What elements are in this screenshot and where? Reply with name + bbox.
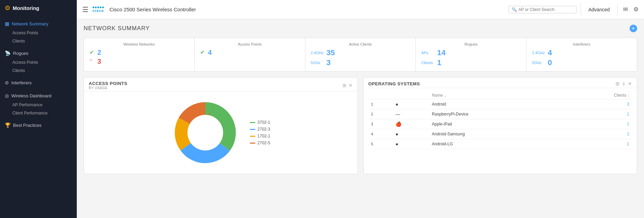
rogues-rows: APs 14 Clients 1 <box>421 48 521 67</box>
wireless-networks-values: 2 3 <box>97 48 101 65</box>
panels-row: ACCESS POINTS BY USAGE ⊞ ✕ <box>84 77 637 174</box>
sidebar-item-access-points[interactable]: Access Points <box>0 29 77 37</box>
os-col-clients-label: Clients <box>614 93 627 98</box>
sidebar-section-interferers: ⊘ Interferers <box>0 75 77 88</box>
row-num: 3 <box>368 119 393 129</box>
os-row-clients: 1 <box>564 139 632 149</box>
topbar: ☰ cisco Cisco 2500 Series Wireless Contr… <box>77 0 644 19</box>
table-row[interactable]: 3 🍎 Apple-iPad 1 <box>368 119 632 129</box>
sidebar-item-client-performance[interactable]: Client Performance <box>0 109 77 117</box>
legend-color-4 <box>250 143 255 144</box>
donut-chart-container: 3702-1 2702-3 1702-1 <box>89 95 353 170</box>
wireless-networks-title: Wireless Networks <box>89 42 189 46</box>
sidebar-item-interferers[interactable]: ⊘ Interferers <box>0 77 77 88</box>
os-row-clients: 1 <box>564 119 632 129</box>
active-clients-card: Active Clients 2.4GHz 35 5GHz 3 <box>305 38 416 71</box>
sidebar-rogues-label: Rogues <box>13 51 28 56</box>
ghz-5-row: 5GHz 3 <box>311 58 410 67</box>
access-points-panel: ACCESS POINTS BY USAGE ⊞ ✕ <box>84 77 358 174</box>
rogues-aps-value: 14 <box>437 48 445 57</box>
wireless-networks-green-value: 2 <box>97 48 101 57</box>
os-row-clients: 3 <box>564 99 632 109</box>
add-button[interactable]: + <box>630 25 637 32</box>
ghz-24-value: 35 <box>327 48 335 57</box>
table-icon[interactable]: ⊞ <box>342 83 347 88</box>
sidebar-section-rogues: 📡 Rogues Access Points Clients <box>0 45 77 75</box>
legend-item-1: 3702-1 <box>250 120 270 125</box>
search-input[interactable] <box>519 7 573 12</box>
os-row-name: Android-Samsung <box>429 129 564 139</box>
cisco-dot-2 <box>95 7 97 8</box>
access-points-body: ✔ 4 <box>200 48 300 57</box>
legend-label-1: 3702-1 <box>257 120 270 125</box>
row-num: 2 <box>368 109 393 119</box>
circle-icon-red: ○ <box>89 57 94 62</box>
os-row-name: Apple-iPad <box>429 119 564 129</box>
monitoring-icon: ⊙ <box>5 4 10 12</box>
os-panel-title-block: OPERATING SYSTEMS <box>368 81 420 86</box>
rogues-clients-value: 1 <box>437 58 441 67</box>
sidebar-item-wireless-dashboard[interactable]: ◎ Wireless Dashboard <box>0 90 77 101</box>
access-points-values: 4 <box>208 48 212 57</box>
os-row-name: Android <box>429 99 564 109</box>
summary-row: Wireless Networks ✔ ○ 2 3 Access Points <box>84 38 637 72</box>
os-col-clients[interactable]: Clients ↕ <box>564 92 632 99</box>
os-export-icon[interactable]: ⇓ <box>622 81 626 86</box>
legend-label-4: 2702-5 <box>257 141 270 145</box>
os-table-icon[interactable]: ⊞ <box>616 81 620 86</box>
os-clients-sort-icon: ↕ <box>628 94 629 97</box>
legend-label-2: 2702-3 <box>257 127 270 132</box>
interferers-24-value: 4 <box>548 48 552 57</box>
cisco-logo-text: cisco <box>93 9 104 13</box>
sidebar-item-rogues-ap[interactable]: Access Points <box>0 58 77 66</box>
table-row[interactable]: 5 ● Android-LG 1 <box>368 139 632 149</box>
table-row[interactable]: 4 ● Android-Samsung 1 <box>368 129 632 139</box>
menu-icon[interactable]: ☰ <box>82 5 88 14</box>
donut-chart <box>171 98 240 167</box>
sidebar-wireless-dashboard-label: Wireless Dashboard <box>11 93 51 98</box>
wireless-networks-red-value: 3 <box>97 57 101 65</box>
close-icon[interactable]: ✕ <box>349 83 353 88</box>
ap-panel-title-block: ACCESS POINTS BY USAGE <box>89 81 127 90</box>
page-title-row: NETWORK SUMMARY + <box>84 25 637 32</box>
advanced-button[interactable]: Advanced <box>585 7 613 12</box>
legend-label-3: 1702-1 <box>257 134 270 138</box>
rogues-aps-row: APs 14 <box>421 48 521 57</box>
os-col-icon <box>393 92 429 99</box>
sidebar-item-network-summary[interactable]: ▦ Network Summary <box>0 19 77 29</box>
search-box[interactable]: 🔍 <box>509 6 576 13</box>
sidebar-interferers-label: Interferers <box>11 80 32 85</box>
sidebar-network-summary-label: Network Summary <box>12 21 48 26</box>
sidebar-item-best-practices[interactable]: 🏆 Best Practices <box>0 120 77 130</box>
cisco-dot-3 <box>97 7 99 8</box>
table-row[interactable]: 2 — RaspberryPi-Device 1 <box>368 109 632 119</box>
cisco-dots <box>93 7 104 8</box>
interferers-24-row: 2.4GHz 4 <box>532 48 631 57</box>
controller-title: Cisco 2500 Series Wireless Controller <box>109 7 505 12</box>
table-row[interactable]: 1 ● Android 3 <box>368 99 632 109</box>
ghz-5-value: 3 <box>327 58 331 67</box>
sidebar-item-rogues-clients[interactable]: Clients <box>0 66 77 75</box>
ghz-5-label: 5GHz <box>311 61 324 65</box>
row-num: 1 <box>368 99 393 109</box>
ghz-24-row: 2.4GHz 35 <box>311 48 410 57</box>
sidebar-item-ap-performance[interactable]: AP Performance <box>0 101 77 109</box>
sidebar-item-clients[interactable]: Clients <box>0 37 77 45</box>
sidebar-app-title: Monitoring <box>13 5 39 11</box>
os-table-body: 1 ● Android 3 2 — RaspberryPi-Device 1 3… <box>368 99 632 149</box>
page-title: NETWORK SUMMARY <box>84 25 150 32</box>
sidebar-rogues-clients-label: Clients <box>12 68 25 73</box>
grid-icon: ▦ <box>5 21 9 26</box>
settings-icon[interactable]: ⚙ <box>633 6 639 13</box>
sidebar-item-rogues[interactable]: 📡 Rogues <box>0 48 77 58</box>
search-icon: 🔍 <box>512 7 517 12</box>
interferers-5-label: 5GHz <box>532 61 545 65</box>
cisco-logo: cisco <box>93 7 104 13</box>
mail-icon[interactable]: ✉ <box>623 6 628 13</box>
donut-legend: 3702-1 2702-3 1702-1 <box>250 120 270 145</box>
os-row-clients: 1 <box>564 109 632 119</box>
wireless-networks-body: ✔ ○ 2 3 <box>89 48 189 65</box>
os-col-name[interactable]: Name ⌄ <box>429 92 564 99</box>
rogues-clients-row: Clients 1 <box>421 58 521 67</box>
os-close-icon[interactable]: ✕ <box>628 81 632 86</box>
